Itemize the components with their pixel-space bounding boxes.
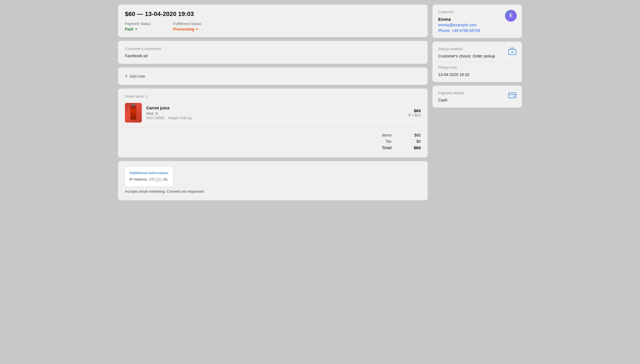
item-unit-price: 5 × $12 xyxy=(408,113,421,117)
comments-label: Customer's comments xyxy=(125,47,421,51)
payment-icon xyxy=(508,91,517,101)
order-items-label: Order items: 1 xyxy=(125,94,421,98)
totals-items-label: Items xyxy=(365,133,398,137)
ip-blurred: 6.xxx. xyxy=(153,177,163,181)
customer-phone: Phone: +49 6768 68769 xyxy=(438,28,516,33)
additional-info-box: Additional information IP Address: 176.x… xyxy=(125,167,173,186)
item-price-col: $60 5 × $12 xyxy=(408,108,421,117)
marketing-consent-text: Accepts email marketing: Consent not req… xyxy=(125,189,421,193)
plus-icon: + xyxy=(125,73,128,79)
svg-rect-3 xyxy=(509,93,516,98)
totals-tax-value: $0 xyxy=(398,139,421,144)
pickup-method-value: Customer's choice: Order pickup xyxy=(438,54,516,58)
comments-card: Customer's comments Facebook ad xyxy=(118,41,428,64)
totals-total-row: Total $60 xyxy=(125,145,421,150)
item-total-price: $60 xyxy=(408,108,421,113)
totals-total-value: $60 xyxy=(398,145,421,150)
payment-status-group: Payment Status Paid xyxy=(125,22,151,31)
payment-status-label: Payment Status xyxy=(125,22,151,26)
order-items-card: Order items: 1 Carrot juice Size: S SKU:… xyxy=(118,88,428,158)
customer-email[interactable]: emma@example.com xyxy=(438,23,516,27)
customer-card: Customer E Emma emma@example.com Phone: … xyxy=(432,4,522,38)
pickup-divider xyxy=(438,62,516,62)
comment-text: Facebook ad xyxy=(125,54,421,58)
additional-info-card: Additional information IP Address: 176.x… xyxy=(118,161,428,201)
additional-info-title: Additional information xyxy=(129,171,168,175)
add-note-button[interactable]: + Add note xyxy=(125,73,145,79)
payment-status-chevron-icon xyxy=(135,29,137,30)
customer-name: Emma xyxy=(438,17,516,22)
fulfillment-status-label: Fulfillment Status xyxy=(173,22,201,26)
payment-method-value: Cash xyxy=(438,98,516,102)
fulfillment-status-badge[interactable]: Processing xyxy=(173,27,198,31)
customer-phone-number[interactable]: +49 6768 68769 xyxy=(452,28,480,33)
item-details: Carrot juice Size: S SKU: 00005 Weight: … xyxy=(146,105,404,120)
order-title: $60 — 13-04-2020 19:03 xyxy=(125,10,421,18)
totals-items-value: $60 xyxy=(398,133,421,137)
fulfillment-status-chevron-icon xyxy=(196,29,198,30)
pickup-card: Pickup method Customer's choice: Order p… xyxy=(432,42,522,82)
totals-tax-row: Tax $0 xyxy=(125,139,421,144)
payment-details-card: Payment details Cash xyxy=(432,86,522,108)
item-image xyxy=(125,103,142,123)
fulfillment-status-group: Fulfillment Status Processing xyxy=(173,22,201,31)
totals-items-row: Items $60 xyxy=(125,133,421,137)
totals-total-label: Total xyxy=(365,145,398,150)
customer-card-title: Customer xyxy=(438,10,516,14)
pickup-method-label: Pickup method xyxy=(438,47,516,51)
ip-address-text: IP Address: 176.xxx..81 xyxy=(129,177,168,181)
bottle-icon xyxy=(130,106,136,120)
pickup-time-label: Pickup time xyxy=(438,65,516,70)
payment-status-badge[interactable]: Paid xyxy=(125,27,137,31)
item-size: Size: S xyxy=(146,111,404,116)
item-name: Carrot juice xyxy=(146,105,404,110)
totals-section: Items $60 Tax $0 Total $60 xyxy=(125,132,421,150)
order-header-card: $60 — 13-04-2020 19:03 Payment Status Pa… xyxy=(118,4,428,37)
pickup-icon xyxy=(508,47,517,57)
payment-details-label: Payment details xyxy=(438,91,516,95)
add-note-card: + Add note xyxy=(118,67,428,85)
svg-point-4 xyxy=(514,96,515,97)
item-sku-weight: SKU: 00005 Weight: 0.00 kg xyxy=(146,116,404,120)
order-item-row: Carrot juice Size: S SKU: 00005 Weight: … xyxy=(125,103,421,127)
pickup-time-value: 13-04-2020 19:10 xyxy=(438,72,516,77)
totals-tax-label: Tax xyxy=(365,139,398,144)
customer-avatar: E xyxy=(505,10,517,22)
